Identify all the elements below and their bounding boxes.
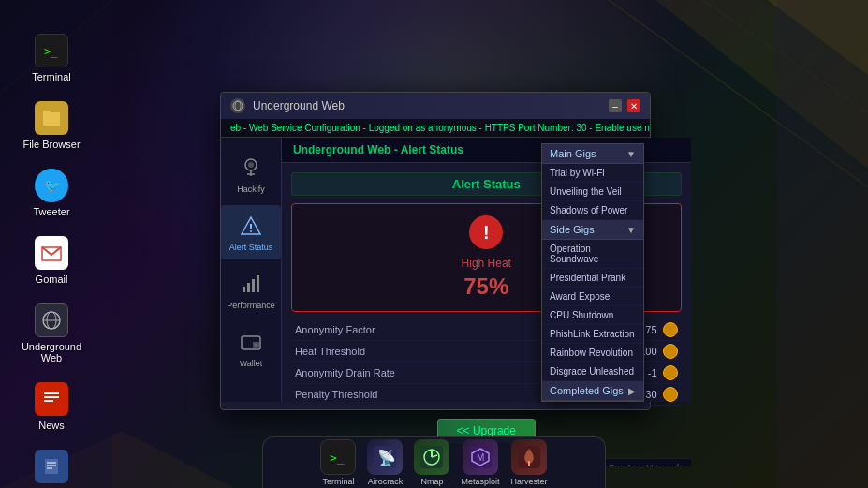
svg-point-30 <box>235 101 241 111</box>
alert-status-label: Alert Status <box>229 243 273 252</box>
svg-rect-20 <box>41 389 62 409</box>
terminal-label: Terminal <box>32 71 71 82</box>
tweeter-icon: 🐦 <box>35 169 68 202</box>
desktop-icon-tweeter[interactable]: 🐦 Tweeter <box>19 163 84 223</box>
gmail-icon <box>35 236 68 270</box>
underground-web-label: Underground Web <box>22 341 81 363</box>
taskbar: >_ Terminal 📡 Airocrack Nmap M Metasploi… <box>262 436 606 488</box>
performance-label: Performance <box>227 301 275 310</box>
sidebar-item-wallet[interactable]: Wallet <box>221 321 281 376</box>
gig-operation-soundwave[interactable]: Operation Soundwave <box>542 240 643 269</box>
desktop-icon-file-browser[interactable]: File Browser <box>19 96 84 155</box>
news-icon <box>35 382 68 416</box>
taskbar-metasploit-icon: M <box>463 439 498 475</box>
side-gigs-section[interactable]: Side Gigs ▼ <box>542 220 643 240</box>
sidebar-item-alert-status[interactable]: Alert Status <box>221 205 281 259</box>
gigs-panel: Main Gigs ▼ Trial by Wi-Fi Unveiling the… <box>541 143 644 402</box>
taskbar-terminal-label: Terminal <box>322 477 354 486</box>
stat-coin-2 <box>663 365 678 380</box>
svg-text:>_: >_ <box>44 45 58 58</box>
hackify-label: Hackify <box>237 185 265 194</box>
desktop-icon-gmail[interactable]: Gomail <box>19 230 84 290</box>
taskbar-harvester-icon <box>511 439 547 475</box>
taskbar-airocrack-icon: 📡 <box>367 439 403 475</box>
main-gigs-section[interactable]: Main Gigs ▼ <box>542 144 643 164</box>
completed-gigs-section[interactable]: Completed Gigs ▶ <box>542 381 643 401</box>
alert-heat-value: 75% <box>463 274 508 300</box>
taskbar-nmap-icon <box>414 439 449 475</box>
alert-status-icon <box>238 213 264 239</box>
svg-rect-38 <box>243 287 245 292</box>
desktop-icons-container: >_ Terminal File Browser 🐦 Tweeter Gomai… <box>19 28 84 488</box>
svg-rect-21 <box>44 392 59 394</box>
taskbar-terminal[interactable]: >_ Terminal <box>320 439 356 486</box>
titlebar-app-icon <box>230 98 245 113</box>
svg-rect-25 <box>45 459 58 474</box>
nav-sidebar: Hackify Alert Status Performance <box>221 138 282 402</box>
window-titlebar: Underground Web – ✕ <box>221 93 650 119</box>
sidebar-item-performance[interactable]: Performance <box>221 263 281 318</box>
alert-warning-icon: ! <box>469 215 503 249</box>
hackify-icon <box>238 155 264 181</box>
desktop: >_ Terminal File Browser 🐦 Tweeter Gomai… <box>0 0 868 488</box>
minimize-button[interactable]: – <box>609 99 622 112</box>
window-controls: – ✕ <box>609 99 640 112</box>
taskbar-airocrack-label: Airocrack <box>368 477 404 486</box>
svg-point-37 <box>250 230 252 232</box>
alert-heat-label: High Heat <box>462 257 511 270</box>
notepad-icon <box>35 450 68 483</box>
taskbar-harvester[interactable]: Harvester <box>511 439 548 486</box>
gig-phishlink-extraction[interactable]: PhishLink Extraction <box>542 325 643 344</box>
stat-coin-3 <box>663 387 678 402</box>
svg-text:M: M <box>477 452 484 463</box>
sidebar-item-hackify[interactable]: Hackify <box>221 147 281 201</box>
news-label: News <box>38 420 65 431</box>
svg-point-34 <box>248 162 254 168</box>
wallet-icon <box>238 329 264 355</box>
taskbar-terminal-icon: >_ <box>320 439 356 475</box>
svg-rect-12 <box>43 111 51 114</box>
underground-web-icon <box>35 303 68 337</box>
terminal-icon: >_ <box>35 34 68 67</box>
file-browser-label: File Browser <box>22 139 80 150</box>
desktop-icon-news[interactable]: News <box>19 377 84 436</box>
svg-rect-41 <box>257 275 259 292</box>
desktop-icon-terminal[interactable]: >_ Terminal <box>19 28 84 88</box>
side-gigs-chevron: ▼ <box>626 225 636 235</box>
svg-text:>_: >_ <box>330 451 345 465</box>
main-gigs-chevron: ▼ <box>626 149 636 159</box>
svg-text:📡: 📡 <box>377 449 396 466</box>
main-gigs-label: Main Gigs <box>550 148 596 159</box>
svg-rect-39 <box>247 283 250 292</box>
taskbar-metasploit[interactable]: M Metasploit <box>461 439 499 486</box>
window-title: Underground Web <box>253 99 345 112</box>
stat-coin-0 <box>663 322 678 337</box>
url-bar: eb - Web Service Configuration - Logged … <box>221 119 650 138</box>
taskbar-nmap-label: Nmap <box>420 477 443 486</box>
gig-presidential-prank[interactable]: Presidential Prank <box>542 269 643 288</box>
taskbar-airocrack[interactable]: 📡 Airocrack <box>367 439 403 486</box>
wallet-label: Wallet <box>240 359 263 368</box>
svg-line-4 <box>702 0 868 112</box>
gig-shadows-of-power[interactable]: Shadows of Power <box>542 201 643 220</box>
desktop-icon-underground-web[interactable]: Underground Web <box>19 298 84 369</box>
gig-award-expose[interactable]: Award Expose <box>542 288 643 306</box>
stat-coin-1 <box>663 344 678 359</box>
gmail-label: Gomail <box>36 274 68 285</box>
desktop-icon-notepad[interactable]: Notepad <box>19 444 84 488</box>
close-button[interactable]: ✕ <box>627 99 640 112</box>
gig-cpu-shutdown[interactable]: CPU Shutdown <box>542 306 643 325</box>
gig-disgrace-unleashed[interactable]: Disgrace Unleashed <box>542 362 643 381</box>
taskbar-nmap[interactable]: Nmap <box>414 439 449 486</box>
svg-rect-22 <box>44 396 59 398</box>
titlebar-left: Underground Web <box>230 98 345 113</box>
gig-trial-by-wifi[interactable]: Trial by Wi-Fi <box>542 164 643 183</box>
tweeter-label: Tweeter <box>33 206 69 217</box>
svg-marker-1 <box>768 0 868 75</box>
taskbar-harvester-label: Harvester <box>511 477 548 486</box>
completed-gigs-chevron: ▶ <box>628 386 636 396</box>
svg-point-44 <box>255 344 257 347</box>
gig-unveiling-the-veil[interactable]: Unveiling the Veil <box>542 183 643 201</box>
performance-icon <box>238 271 264 297</box>
gig-rainbow-revolution[interactable]: Rainbow Revolution <box>542 344 643 362</box>
